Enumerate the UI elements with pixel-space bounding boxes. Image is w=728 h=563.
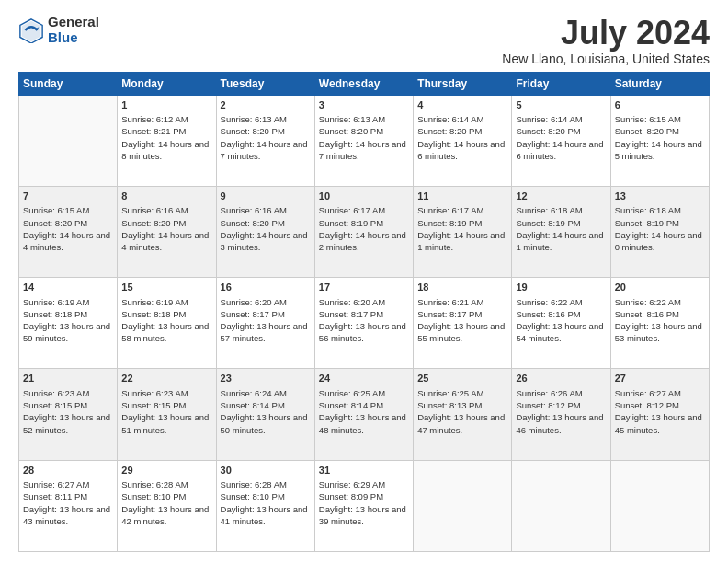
sunset-text: Sunset: 8:19 PM: [417, 218, 482, 228]
title-block: July 2024 New Llano, Louisiana, United S…: [502, 15, 710, 66]
daylight-text: Daylight: 13 hours and 47 minutes.: [417, 412, 505, 434]
daylight-text: Daylight: 13 hours and 42 minutes.: [121, 504, 209, 526]
day-number: 26: [516, 372, 606, 385]
daylight-text: Daylight: 14 hours and 4 minutes.: [121, 230, 209, 252]
day-number: 8: [121, 190, 211, 203]
sunset-text: Sunset: 8:19 PM: [615, 218, 679, 228]
day-number: 13: [615, 190, 705, 203]
sunrise-text: Sunrise: 6:29 AM: [319, 479, 385, 489]
daylight-text: Daylight: 13 hours and 56 minutes.: [319, 321, 406, 343]
sunset-text: Sunset: 8:20 PM: [121, 218, 186, 228]
calendar-cell: 11Sunrise: 6:17 AMSunset: 8:19 PMDayligh…: [414, 186, 512, 277]
sunrise-text: Sunrise: 6:27 AM: [615, 388, 681, 398]
sunset-text: Sunset: 8:18 PM: [121, 309, 186, 319]
sunset-text: Sunset: 8:13 PM: [417, 400, 482, 410]
daylight-text: Daylight: 13 hours and 59 minutes.: [23, 321, 110, 343]
daylight-text: Daylight: 14 hours and 6 minutes.: [417, 139, 505, 161]
daylight-text: Daylight: 13 hours and 51 minutes.: [121, 412, 209, 434]
page: General Blue July 2024 New Llano, Louisi…: [0, 0, 728, 563]
sunrise-text: Sunrise: 6:14 AM: [417, 114, 483, 124]
day-number: 30: [221, 464, 311, 477]
sunset-text: Sunset: 8:20 PM: [417, 126, 482, 136]
day-number: 9: [221, 190, 311, 203]
daylight-text: Daylight: 13 hours and 50 minutes.: [221, 412, 308, 434]
day-number: 29: [121, 464, 211, 477]
day-number: 24: [319, 372, 409, 385]
sunrise-text: Sunrise: 6:16 AM: [221, 205, 287, 215]
sunset-text: Sunset: 8:19 PM: [516, 218, 580, 228]
calendar-cell: 5Sunrise: 6:14 AMSunset: 8:20 PMDaylight…: [512, 95, 610, 186]
sunset-text: Sunset: 8:20 PM: [221, 126, 285, 136]
sunset-text: Sunset: 8:20 PM: [319, 126, 383, 136]
sunrise-text: Sunrise: 6:20 AM: [221, 297, 287, 307]
calendar-cell: 17Sunrise: 6:20 AMSunset: 8:17 PMDayligh…: [314, 278, 413, 369]
sunrise-text: Sunrise: 6:14 AM: [516, 114, 582, 124]
daylight-text: Daylight: 14 hours and 5 minutes.: [615, 139, 702, 161]
sunrise-text: Sunrise: 6:16 AM: [121, 205, 188, 215]
calendar-cell: 22Sunrise: 6:23 AMSunset: 8:15 PMDayligh…: [118, 369, 216, 460]
calendar-cell: [512, 460, 610, 551]
sunrise-text: Sunrise: 6:19 AM: [23, 297, 89, 307]
day-number: 3: [319, 98, 409, 112]
svg-marker-0: [22, 20, 41, 40]
sunset-text: Sunset: 8:17 PM: [221, 309, 285, 319]
calendar-header-row: SundayMondayTuesdayWednesdayThursdayFrid…: [19, 72, 710, 95]
logo-text: General Blue: [48, 15, 99, 45]
calendar-cell: 1Sunrise: 6:12 AMSunset: 8:21 PMDaylight…: [118, 95, 216, 186]
calendar-week-row: 1Sunrise: 6:12 AMSunset: 8:21 PMDaylight…: [19, 95, 710, 186]
day-number: 25: [417, 372, 507, 385]
daylight-text: Daylight: 13 hours and 41 minutes.: [221, 504, 308, 526]
sunrise-text: Sunrise: 6:15 AM: [23, 205, 89, 215]
sunrise-text: Sunrise: 6:22 AM: [516, 297, 582, 307]
daylight-text: Daylight: 13 hours and 45 minutes.: [615, 412, 702, 434]
header: General Blue July 2024 New Llano, Louisi…: [18, 15, 710, 66]
calendar-table: SundayMondayTuesdayWednesdayThursdayFrid…: [18, 72, 710, 552]
daylight-text: Daylight: 13 hours and 46 minutes.: [516, 412, 603, 434]
calendar-cell: 8Sunrise: 6:16 AMSunset: 8:20 PMDaylight…: [118, 186, 216, 277]
calendar-cell: 13Sunrise: 6:18 AMSunset: 8:19 PMDayligh…: [610, 186, 709, 277]
daylight-text: Daylight: 13 hours and 58 minutes.: [121, 321, 209, 343]
daylight-text: Daylight: 13 hours and 53 minutes.: [615, 321, 702, 343]
calendar-header-thursday: Thursday: [414, 72, 512, 95]
sunrise-text: Sunrise: 6:13 AM: [221, 114, 287, 124]
calendar-cell: [414, 460, 512, 551]
sunset-text: Sunset: 8:14 PM: [319, 400, 383, 410]
sunrise-text: Sunrise: 6:28 AM: [121, 479, 188, 489]
sunrise-text: Sunrise: 6:25 AM: [417, 388, 483, 398]
daylight-text: Daylight: 13 hours and 39 minutes.: [319, 504, 406, 526]
sunset-text: Sunset: 8:16 PM: [516, 309, 580, 319]
sunset-text: Sunset: 8:21 PM: [121, 126, 186, 136]
calendar-cell: 14Sunrise: 6:19 AMSunset: 8:18 PMDayligh…: [19, 278, 118, 369]
calendar-cell: [19, 95, 118, 186]
calendar-cell: 15Sunrise: 6:19 AMSunset: 8:18 PMDayligh…: [118, 278, 216, 369]
daylight-text: Daylight: 14 hours and 4 minutes.: [23, 230, 110, 252]
day-number: 15: [121, 281, 211, 294]
sunrise-text: Sunrise: 6:13 AM: [319, 114, 385, 124]
sunset-text: Sunset: 8:17 PM: [417, 309, 482, 319]
calendar-header-tuesday: Tuesday: [216, 72, 314, 95]
calendar-cell: 3Sunrise: 6:13 AMSunset: 8:20 PMDaylight…: [314, 95, 413, 186]
daylight-text: Daylight: 13 hours and 48 minutes.: [319, 412, 406, 434]
calendar-cell: 24Sunrise: 6:25 AMSunset: 8:14 PMDayligh…: [314, 369, 413, 460]
day-number: 16: [221, 281, 311, 294]
day-number: 17: [319, 281, 409, 294]
day-number: 22: [121, 372, 211, 385]
sunrise-text: Sunrise: 6:22 AM: [615, 297, 681, 307]
sunset-text: Sunset: 8:15 PM: [121, 400, 186, 410]
day-number: 19: [516, 281, 606, 294]
day-number: 20: [615, 281, 705, 294]
sunset-text: Sunset: 8:18 PM: [23, 309, 87, 319]
day-number: 21: [23, 372, 113, 385]
sunrise-text: Sunrise: 6:24 AM: [221, 388, 287, 398]
calendar-cell: 25Sunrise: 6:25 AMSunset: 8:13 PMDayligh…: [414, 369, 512, 460]
sunset-text: Sunset: 8:15 PM: [23, 400, 87, 410]
sunrise-text: Sunrise: 6:28 AM: [221, 479, 287, 489]
daylight-text: Daylight: 14 hours and 6 minutes.: [516, 139, 603, 161]
sunset-text: Sunset: 8:17 PM: [319, 309, 383, 319]
sunset-text: Sunset: 8:14 PM: [221, 400, 285, 410]
sunrise-text: Sunrise: 6:23 AM: [121, 388, 188, 398]
daylight-text: Daylight: 14 hours and 7 minutes.: [221, 139, 308, 161]
daylight-text: Daylight: 14 hours and 0 minutes.: [615, 230, 702, 252]
sunrise-text: Sunrise: 6:21 AM: [417, 297, 483, 307]
day-number: 27: [615, 372, 705, 385]
